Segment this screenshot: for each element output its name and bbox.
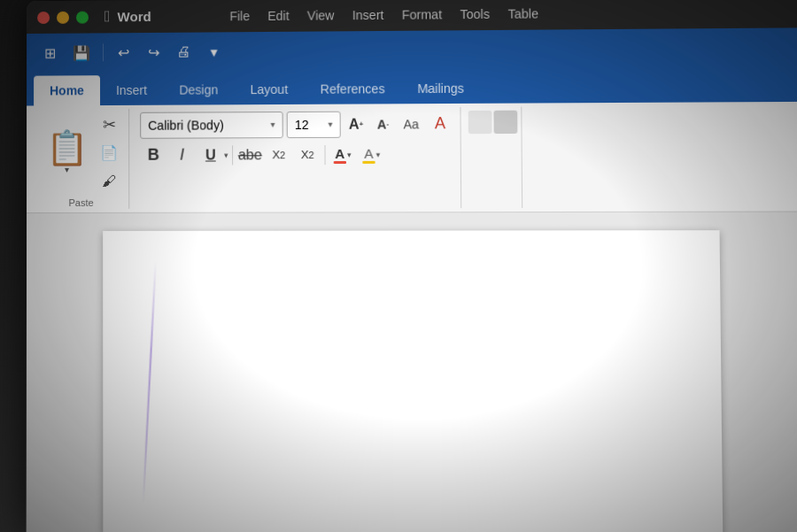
save-button[interactable]: 💾 <box>67 41 96 66</box>
document-area[interactable] <box>27 212 797 532</box>
style-1[interactable] <box>468 111 492 134</box>
underline-button[interactable]: U <box>197 142 224 168</box>
superscript-button[interactable]: X2 <box>294 142 321 168</box>
tab-insert[interactable]: Insert <box>100 75 163 105</box>
paste-dropdown-arrow[interactable]: ▾ <box>65 165 69 174</box>
font-group: Calibri (Body) ▾ 12 ▾ A+ A- <box>133 107 461 209</box>
app-name: Word <box>118 9 151 24</box>
close-button[interactable] <box>37 12 50 24</box>
traffic-lights <box>37 11 89 23</box>
styles-grid <box>468 111 518 135</box>
font-size-selector[interactable]: 12 ▾ <box>287 112 341 138</box>
styles-group <box>465 107 523 209</box>
print-button[interactable]: 🖨 <box>171 40 196 65</box>
more-button[interactable]: ▾ <box>201 40 226 65</box>
tab-layout[interactable]: Layout <box>234 74 304 105</box>
maximize-button[interactable] <box>76 11 89 23</box>
format-painter-button[interactable]: 🖌 <box>97 169 121 194</box>
font-color-arrow[interactable]: ▾ <box>347 150 352 159</box>
menu-edit[interactable]: Edit <box>259 4 298 26</box>
cut-button[interactable]: ✂ <box>97 112 121 137</box>
clipboard-icon: 📋 <box>46 131 88 165</box>
highlight-button[interactable]: A ▾ <box>358 142 385 168</box>
copy-button[interactable]: 📄 <box>97 141 121 166</box>
font-row2: B I U ▾ abe X2 X2 <box>140 141 453 168</box>
italic-button[interactable]: I <box>168 142 195 168</box>
font-shrink-icon: A <box>377 117 386 131</box>
font-grow-icon: A <box>349 117 360 133</box>
apple-icon:  <box>104 7 111 26</box>
ribbon-tab-bar: Home Insert Design Layout References Mai… <box>27 68 797 105</box>
ribbon-content: 📋 ▾ ✂ 📄 🖌 <box>27 102 797 213</box>
document-page[interactable] <box>103 230 723 532</box>
clear-formatting-button[interactable]: A <box>428 112 453 136</box>
menu-format[interactable]: Format <box>393 4 452 26</box>
bold-button[interactable]: B <box>140 143 166 169</box>
font-row1: Calibri (Body) ▾ 12 ▾ A+ A- <box>140 111 453 139</box>
format-painter-icon: 🖌 <box>102 173 116 189</box>
paste-button[interactable]: 📋 ▾ <box>41 127 93 178</box>
tab-home[interactable]: Home <box>34 75 100 105</box>
font-color-icon: A <box>335 146 344 161</box>
sidebar-toggle-button[interactable]: ⊞ <box>37 41 62 66</box>
font-family-arrow: ▾ <box>270 120 275 130</box>
menu-table[interactable]: Table <box>499 3 547 25</box>
style-2[interactable] <box>493 111 517 134</box>
font-size-arrow: ▾ <box>328 120 332 129</box>
change-case-button[interactable]: Aa <box>398 112 424 136</box>
clipboard-group-content: 📋 ▾ ✂ 📄 🖌 <box>41 112 121 194</box>
font-grow-button[interactable]: A+ <box>344 112 368 135</box>
copy-icon: 📄 <box>100 144 118 161</box>
tab-design[interactable]: Design <box>163 74 234 104</box>
font-color-button[interactable]: A ▾ <box>329 142 357 168</box>
subscript-button[interactable]: X2 <box>265 142 292 168</box>
underline-wrapper: U ▾ <box>197 142 228 168</box>
tab-mailings[interactable]: Mailings <box>401 73 481 104</box>
minimize-button[interactable] <box>57 11 69 23</box>
clipboard-group-label: Paste <box>68 197 93 208</box>
format-separator-1 <box>232 145 233 165</box>
format-separator-2 <box>324 145 325 165</box>
highlight-bar <box>362 161 375 164</box>
redo-button[interactable]: ↪ <box>141 40 166 65</box>
menu-view[interactable]: View <box>298 4 344 26</box>
menu-bar: File Edit View Insert Format Tools Table <box>221 3 547 27</box>
clipboard-group: 📋 ▾ ✂ 📄 🖌 <box>34 109 129 209</box>
qa-separator <box>103 44 104 62</box>
underline-arrow[interactable]: ▾ <box>224 150 228 159</box>
app-window:  Word File Edit View Insert Format Tool… <box>27 0 797 532</box>
font-color-bar <box>334 161 346 164</box>
clipboard-small-actions: ✂ 📄 🖌 <box>97 112 121 194</box>
font-shrink-button[interactable]: A- <box>371 112 395 135</box>
menu-insert[interactable]: Insert <box>344 4 393 26</box>
highlight-arrow[interactable]: ▾ <box>376 150 381 159</box>
main-area <box>27 212 797 532</box>
tab-references[interactable]: References <box>304 73 401 104</box>
menu-file[interactable]: File <box>221 5 259 27</box>
cut-icon: ✂ <box>103 115 116 135</box>
document-line-artifact <box>141 231 158 532</box>
undo-button[interactable]: ↩ <box>111 41 135 66</box>
highlight-icon: A <box>364 146 373 161</box>
font-family-selector[interactable]: Calibri (Body) ▾ <box>140 112 283 139</box>
strikethrough-button[interactable]: abe <box>236 142 263 168</box>
menu-tools[interactable]: Tools <box>451 3 499 25</box>
quick-access-toolbar: ⊞ 💾 ↩ ↪ 🖨 ▾ <box>27 27 797 73</box>
